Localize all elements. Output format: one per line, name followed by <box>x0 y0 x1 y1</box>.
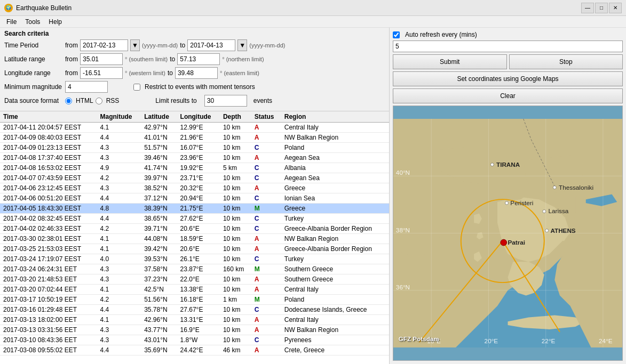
lat-to-hint: ° (northern limit) <box>222 56 264 62</box>
lat-to-input[interactable] <box>177 53 220 65</box>
lon-from-input[interactable] <box>80 67 123 79</box>
lat-range-row: Latitude range from ° (southern limit) t… <box>4 53 385 65</box>
time-period-label: Time Period <box>4 42 63 49</box>
auto-refresh-value[interactable] <box>393 41 623 52</box>
map-container: 40°N 38°N 36°N 18°E 20°E 22°E 24°E T <box>393 106 623 361</box>
to-label: to <box>180 42 185 49</box>
svg-point-26 <box>545 229 549 232</box>
svg-text:Patrai: Patrai <box>508 239 525 246</box>
lon-label: Longitude range <box>4 69 63 77</box>
mag-label: Minimum magnitude <box>4 83 63 91</box>
auto-refresh-checkbox[interactable] <box>393 31 400 38</box>
date-to-input[interactable] <box>187 39 235 51</box>
left-panel: Search criteria Time Period from ▼ (yyyy… <box>0 28 390 364</box>
col-latitude: Latitude <box>141 111 177 123</box>
search-criteria: Search criteria Time Period from ▼ (yyyy… <box>0 28 389 111</box>
datasource-row: Data source format HTML RSS Limit result… <box>4 95 385 107</box>
date-to-picker[interactable]: ▼ <box>237 39 247 51</box>
date-from-input[interactable] <box>80 39 128 51</box>
table-row[interactable]: 2017-03-16 01:29:48 EET4.435.78°N27.67°E… <box>0 305 389 315</box>
moment-tensor-checkbox[interactable] <box>133 84 140 91</box>
lat-from-label: from <box>65 55 78 63</box>
table-row[interactable]: 2017-03-24 17:19:07 EEST4.039.53°N26.1°E… <box>0 254 389 264</box>
clear-button[interactable]: Clear <box>393 88 623 103</box>
svg-text:Larissa: Larissa <box>549 207 569 214</box>
menu-help[interactable]: Help <box>44 16 66 28</box>
table-row[interactable]: 2017-04-07 07:43:59 EEST4.239.97°N23.71°… <box>0 173 389 183</box>
stop-button[interactable]: Stop <box>509 54 623 69</box>
main-content: Search criteria Time Period from ▼ (yyyy… <box>0 28 626 364</box>
maximize-button[interactable]: □ <box>595 3 608 13</box>
mag-input[interactable] <box>65 81 108 93</box>
format-rss-label: RSS <box>106 97 120 104</box>
table-row[interactable]: 2017-03-30 02:38:01 EEST4.144.08°N18.59°… <box>0 234 389 244</box>
time-period-row: Time Period from ▼ (yyyy-mm-dd) to ▼ (yy… <box>4 39 385 51</box>
limit-label: Limit results to <box>155 97 196 104</box>
col-depth: Depth <box>220 111 251 123</box>
table-row[interactable]: 2017-04-11 20:04:57 EEST4.142.97°N12.99°… <box>0 123 389 133</box>
svg-point-16 <box>490 163 494 166</box>
format-html-radio[interactable] <box>65 98 72 104</box>
window-controls: — □ ✕ <box>581 3 622 13</box>
app-icon: 🌍 <box>4 4 13 12</box>
limit-input[interactable] <box>204 95 247 107</box>
table-row[interactable]: 2017-04-09 01:23:13 EEST4.351.57°N16.07°… <box>0 143 389 153</box>
google-maps-button[interactable]: Set coordinates using Google Maps <box>393 71 623 86</box>
table-row[interactable]: 2017-03-17 10:50:19 EET4.251.56°N16.18°E… <box>0 295 389 305</box>
table-row[interactable]: 2017-03-13 03:31:56 EET4.343.77°N16.9°E1… <box>0 325 389 335</box>
svg-point-18 <box>553 186 556 189</box>
svg-text:38°N: 38°N <box>396 227 410 233</box>
table-row[interactable]: 2017-04-02 02:46:33 EEST4.239.71°N20.6°E… <box>0 224 389 234</box>
date-from-hint: (yyyy-mm-dd) <box>142 42 178 48</box>
table-row[interactable]: 2017-04-08 17:37:40 EEST4.339.46°N23.96°… <box>0 153 389 163</box>
format-rss-radio[interactable] <box>96 98 102 104</box>
moment-tensor-label: Restrict to events with moment tensors <box>145 83 255 91</box>
svg-text:Peristeri: Peristeri <box>510 199 533 206</box>
table-row[interactable]: 2017-04-06 00:51:20 EEST4.437.12°N20.94°… <box>0 193 389 204</box>
table-row[interactable]: 2017-04-09 08:40:03 EEST4.441.01°N21.96°… <box>0 133 389 143</box>
lon-from-label: from <box>65 69 78 77</box>
submit-stop-row: Submit Stop <box>393 54 623 69</box>
close-button[interactable]: ✕ <box>609 3 622 13</box>
table-row[interactable]: 2017-03-20 07:02:44 EET4.142.5°N13.38°E1… <box>0 285 389 295</box>
minimize-button[interactable]: — <box>581 3 594 13</box>
table-body: 2017-04-11 20:04:57 EEST4.142.97°N12.99°… <box>0 123 389 355</box>
table-row[interactable]: 2017-03-24 06:24:31 EET4.337.58°N23.87°E… <box>0 264 389 274</box>
submit-button[interactable]: Submit <box>393 54 507 69</box>
table-row[interactable]: 2017-04-02 08:32:45 EEST4.438.65°N27.62°… <box>0 214 389 224</box>
menu-bar: File Tools Help <box>0 16 626 28</box>
lat-from-input[interactable] <box>80 53 123 65</box>
table-scroll[interactable]: Time Magnitude Latitude Longitude Depth … <box>0 111 389 364</box>
lon-range-row: Longitude range from ° (western limit) t… <box>4 67 385 79</box>
lat-label: Latitude range <box>4 55 63 63</box>
svg-point-20 <box>505 201 509 205</box>
table-row[interactable]: 2017-03-08 09:55:02 EET4.435.69°N24.42°E… <box>0 345 389 355</box>
svg-text:GFZ Potsdam: GFZ Potsdam <box>399 335 439 342</box>
lon-from-hint: ° (western limit) <box>125 70 165 76</box>
app-title: Earthquake Bulletin <box>16 4 581 12</box>
auto-refresh-row: Auto refresh every (mins) <box>393 31 623 38</box>
svg-text:20°E: 20°E <box>485 337 498 344</box>
svg-point-24 <box>501 239 507 246</box>
menu-file[interactable]: File <box>2 16 21 28</box>
from-label: from <box>65 42 78 49</box>
lat-to-label: to <box>170 55 175 63</box>
col-region: Region <box>281 111 389 123</box>
table-row[interactable]: 2017-04-06 23:12:45 EEST4.338.52°N20.32°… <box>0 183 389 193</box>
table-row[interactable]: 2017-03-13 18:02:00 EET4.142.96°N13.31°E… <box>0 315 389 325</box>
table-row[interactable]: 2017-03-25 21:53:03 EEST4.139.42°N20.6°E… <box>0 244 389 254</box>
svg-text:Thessaloniki: Thessaloniki <box>559 184 593 191</box>
table-row[interactable]: 2017-03-10 08:43:36 EET4.343.01°N1.8°W10… <box>0 335 389 345</box>
table-row[interactable]: 2017-03-20 21:48:53 EET4.337.23°N22.0°E1… <box>0 274 389 285</box>
menu-tools[interactable]: Tools <box>21 16 44 28</box>
lon-to-input[interactable] <box>175 67 218 79</box>
datasource-label: Data source format <box>4 97 63 104</box>
col-time: Time <box>0 111 97 123</box>
table-row[interactable]: 2017-04-08 16:53:02 EEST4.941.74°N19.92°… <box>0 163 389 173</box>
col-longitude: Longitude <box>177 111 220 123</box>
svg-text:TIRANA: TIRANA <box>496 161 520 168</box>
title-bar: 🌍 Earthquake Bulletin — □ ✕ <box>0 0 626 16</box>
date-from-picker[interactable]: ▼ <box>130 39 140 51</box>
date-to-hint: (yyyy-mm-dd) <box>249 42 285 48</box>
table-row[interactable]: 2017-04-05 18:43:30 EEST4.838.39°N21.75°… <box>0 204 389 214</box>
